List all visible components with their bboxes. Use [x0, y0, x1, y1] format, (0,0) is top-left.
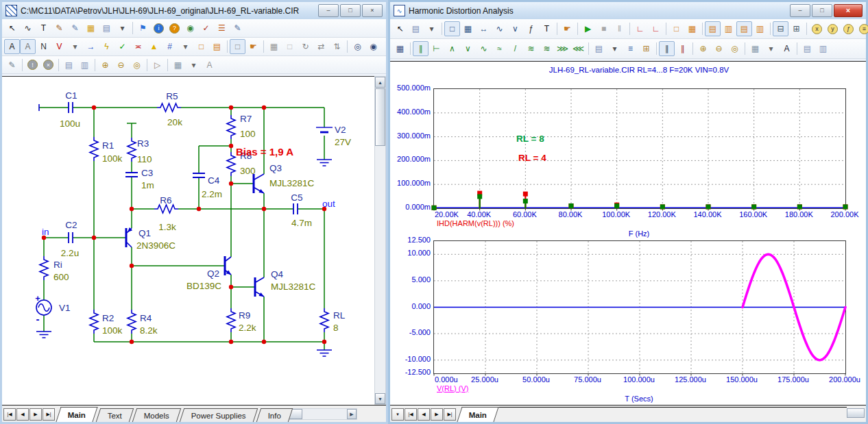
find-part-icon[interactable]: ◎	[350, 39, 365, 54]
rotate-icon[interactable]: ↻	[298, 39, 313, 54]
part-label-R2-value[interactable]: 100k	[102, 325, 123, 336]
zoom-100-icon[interactable]: ◎	[727, 41, 743, 56]
pause-icon[interactable]: ‖	[612, 21, 627, 36]
cursor-left-icon[interactable]: ⊢	[429, 41, 444, 56]
part-label-C3-name[interactable]: C3	[141, 168, 153, 178]
close-ball-icon[interactable]: ×	[40, 58, 56, 73]
grid-display-icon[interactable]: ▦	[170, 58, 186, 73]
tab-power-supplies[interactable]: Power Supplies	[180, 408, 258, 422]
to-back-icon[interactable]: ▥	[77, 58, 93, 73]
schematic-text-output-node[interactable]: out	[322, 199, 335, 209]
grid-display-caret-icon[interactable]: ▾	[186, 58, 202, 73]
scroll-right-icon[interactable]: ▶	[347, 409, 357, 419]
transient-plot[interactable]	[433, 240, 846, 374]
part-label-Q3-value[interactable]: MJL3281C	[269, 178, 315, 188]
grid-icon[interactable]: #	[162, 39, 178, 54]
cursor-horizontal-icon[interactable]: ∥	[413, 41, 429, 56]
to-front-icon[interactable]: ▤	[61, 58, 77, 73]
help-icon[interactable]: ?	[167, 21, 182, 36]
find-part-bus-icon[interactable]: ▦	[83, 21, 99, 36]
zoom-in-icon[interactable]: ⊕	[695, 41, 711, 56]
part-label-C2-name[interactable]: C2	[65, 220, 77, 230]
info-icon[interactable]: i	[151, 21, 167, 36]
outline-box-icon[interactable]: □	[668, 21, 684, 36]
analysis-titlebar[interactable]: ∿ Harmonic Distortion Analysis –□×	[390, 2, 866, 19]
pin-mode-icon[interactable]: ✎	[67, 21, 83, 36]
part-label-C5-name[interactable]: C5	[291, 192, 302, 203]
part-label-V2-name[interactable]: V2	[335, 125, 346, 135]
zoom-in-icon[interactable]: ⊕	[97, 58, 113, 73]
properties-icon[interactable]: ☛	[245, 39, 261, 54]
cursor-wave-icon[interactable]: ∿	[476, 41, 492, 56]
stop-icon[interactable]: ■	[596, 21, 612, 36]
part-label-R9-value[interactable]: 2.2k	[239, 323, 256, 333]
schematic-canvas[interactable]: C1100uR520kR1100kR3110C31mR61.3kC22.2uQ1…	[2, 76, 374, 405]
part-label-Q1-name[interactable]: Q1	[138, 228, 151, 238]
part-label-Q1-value[interactable]: 2N3906C	[136, 240, 176, 251]
tab-info[interactable]: Info	[256, 408, 293, 422]
part-label-R5-name[interactable]: R5	[166, 91, 178, 101]
part-label-Q4-value[interactable]: MJL3281C	[271, 282, 316, 292]
first-tab-button[interactable]: |◀	[3, 408, 16, 421]
node-numbers-icon[interactable]: N	[36, 39, 51, 54]
properties-icon[interactable]: ☛	[559, 21, 575, 36]
measure-caret-icon[interactable]: ▾	[67, 39, 83, 54]
cursor-envelope-icon[interactable]: ≋	[539, 41, 555, 56]
attribute-value-icon[interactable]: A	[20, 39, 36, 54]
part-label-Q4-name[interactable]: Q4	[271, 269, 284, 279]
border-icon[interactable]: □	[193, 39, 209, 54]
run-icon[interactable]: ▶	[580, 21, 596, 36]
scroll-down-icon[interactable]: ▼	[375, 393, 385, 404]
clear-select-icon[interactable]: □	[282, 39, 298, 54]
first-tab-button[interactable]: |◀	[405, 408, 417, 421]
schematic-text-bias-note[interactable]: Bias = 1,9 A	[236, 146, 293, 158]
close-button[interactable]: ×	[362, 4, 383, 17]
zoom-out-icon[interactable]: ⊖	[113, 58, 129, 73]
scale-mode-icon[interactable]: ↔	[476, 21, 492, 36]
part-label-Q3-name[interactable]: Q3	[269, 163, 282, 173]
numeric-output-icon[interactable]: ≡	[623, 41, 638, 56]
cursor-valley-icon[interactable]: ∨	[460, 41, 476, 56]
panel-stripes-2-icon[interactable]: ▥	[721, 21, 736, 36]
part-label-R8-value[interactable]: 300	[240, 166, 256, 176]
part-label-R4-name[interactable]: R4	[140, 313, 152, 323]
step-curves-icon[interactable]: ∟	[648, 21, 664, 36]
scroll-up-icon[interactable]: ▲	[375, 77, 385, 88]
tab-main[interactable]: Main	[457, 407, 498, 422]
find-text-icon[interactable]: ◉	[365, 39, 381, 54]
info-ball-icon[interactable]: !	[25, 58, 40, 73]
tab-models[interactable]: Models	[132, 408, 182, 422]
vrl-signal-label[interactable]: V(RL) (V)	[437, 384, 468, 392]
last-tab-button[interactable]: ▶|	[43, 408, 55, 421]
cursor-wave2-icon[interactable]: ≈	[492, 41, 507, 56]
point-mode-icon[interactable]: ∨	[507, 21, 523, 36]
grid-display-caret-icon[interactable]: ▾	[763, 41, 779, 56]
part-label-R6-value[interactable]: 1.3k	[158, 222, 176, 232]
fx-axis-icon[interactable]: ƒ	[841, 21, 856, 36]
part-label-V2-value[interactable]: 27V	[335, 137, 351, 147]
part-label-Q2-value[interactable]: BD139C	[186, 281, 221, 291]
part-label-Ri-name[interactable]: Ri	[53, 260, 62, 270]
pin-connections-icon[interactable]: ≍	[130, 39, 146, 54]
cursor-peak-icon[interactable]: ∧	[444, 41, 460, 56]
clipboard-caret-icon[interactable]: ▾	[424, 21, 439, 36]
part-label-R1-value[interactable]: 100k	[102, 153, 123, 164]
schematic-titlebar[interactable]: C:\MC11\DATA\Petrov\JLH\JLH-69\JLH-69_or…	[2, 2, 386, 19]
y-axis-icon[interactable]: y	[825, 21, 841, 36]
edit-doc-icon[interactable]: ✎	[230, 21, 245, 36]
part-label-C4-name[interactable]: C4	[208, 175, 220, 186]
formula-icon[interactable]: ƒ	[523, 21, 539, 36]
box-select-icon[interactable]: ▦	[266, 39, 282, 54]
zoom-out-icon[interactable]: ⊖	[711, 41, 727, 56]
grid-caret-icon[interactable]: ▾	[178, 39, 193, 54]
part-label-C1-name[interactable]: C1	[65, 90, 77, 101]
vscroll-thumb[interactable]	[375, 88, 385, 146]
flip-x-icon[interactable]: ⇄	[313, 39, 329, 54]
zoom-100-icon[interactable]: ◎	[129, 58, 145, 73]
part-label-R4-value[interactable]: 8.2k	[140, 325, 158, 336]
select-arrow-icon[interactable]: ↖	[4, 21, 20, 36]
zoom-select-icon[interactable]: □	[444, 21, 460, 36]
schematic[interactable]: C1100uR520kR1100kR3110C31mR61.3kC22.2uQ1…	[2, 77, 374, 405]
page-scroll-icon[interactable]: ▷	[149, 58, 165, 73]
attribute-text-icon[interactable]: A	[4, 39, 20, 54]
